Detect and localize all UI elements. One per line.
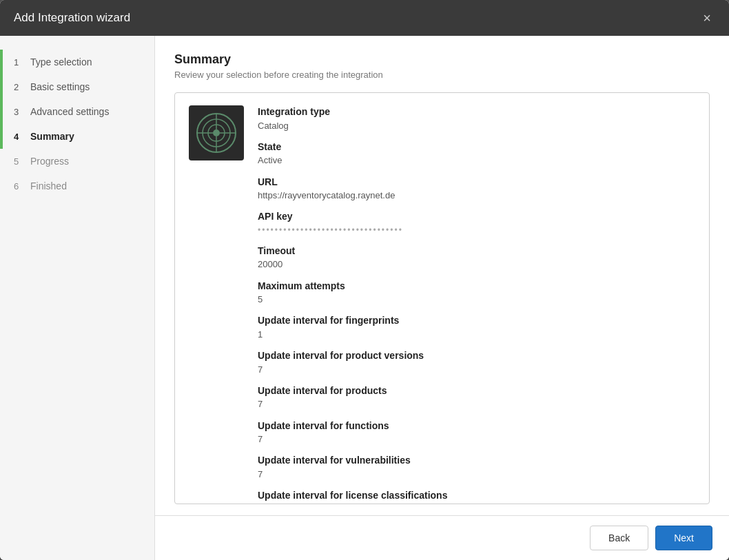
dialog-body: 1 Type selection 2 Basic settings 3 Adva…: [0, 36, 729, 560]
close-button[interactable]: ×: [699, 10, 715, 26]
dialog-footer: Back Next: [155, 515, 729, 560]
content-area: Summary Review your selection before cre…: [155, 36, 729, 515]
page-title: Summary: [174, 52, 710, 67]
step-label-5: Progress: [30, 156, 69, 167]
step-label-4: Summary: [30, 131, 74, 142]
catalog-icon: [196, 112, 237, 154]
main-content: Summary Review your selection before cre…: [155, 36, 729, 560]
step-num-2: 2: [14, 82, 23, 92]
sidebar-item-progress[interactable]: 5 Progress: [0, 149, 154, 174]
field-value-functions-interval: 7: [258, 433, 695, 446]
dialog-header: Add Integration wizard ×: [0, 0, 729, 36]
page-subtitle: Review your selection before creating th…: [174, 70, 710, 80]
step-label-1: Type selection: [30, 56, 92, 68]
field-label-products-interval: Update interval for products: [258, 384, 695, 398]
field-label-max-attempts: Maximum attempts: [258, 280, 695, 293]
add-integration-dialog: Add Integration wizard × 1 Type selectio…: [0, 0, 729, 560]
field-value-api-key: ••••••••••••••••••••••••••••••••••: [258, 225, 695, 236]
field-label-api-key: API key: [258, 210, 695, 224]
step-label-3: Advanced settings: [30, 106, 109, 117]
field-label-url: URL: [258, 176, 695, 189]
field-label-functions-interval: Update interval for functions: [258, 419, 695, 433]
field-value-url: https://rayventorycatalog.raynet.de: [258, 189, 695, 202]
step-num-6: 6: [14, 181, 23, 191]
dialog-title: Add Integration wizard: [14, 11, 130, 25]
step-indicator-3: [0, 99, 3, 124]
svg-point-3: [213, 129, 220, 136]
summary-fields: Integration type Catalog State Active UR…: [258, 105, 695, 491]
step-indicator-1: [0, 50, 3, 74]
step-num-5: 5: [14, 156, 23, 167]
field-value-products-interval: 7: [258, 398, 695, 411]
step-num-1: 1: [14, 57, 23, 68]
field-label-fingerprints-interval: Update interval for fingerprints: [258, 314, 695, 328]
field-label-state: State: [258, 141, 695, 154]
field-label-vulnerabilities-interval: Update interval for vulnerabilities: [258, 454, 695, 468]
sidebar: 1 Type selection 2 Basic settings 3 Adva…: [0, 36, 155, 560]
field-value-max-attempts: 5: [258, 293, 695, 306]
sidebar-item-type-selection[interactable]: 1 Type selection: [0, 50, 154, 74]
sidebar-item-basic-settings[interactable]: 2 Basic settings: [0, 74, 154, 99]
field-value-integration-type: Catalog: [258, 120, 695, 132]
integration-icon: [189, 105, 244, 160]
field-label-product-versions-interval: Update interval for product versions: [258, 349, 695, 363]
sidebar-item-summary[interactable]: 4 Summary: [0, 124, 154, 149]
step-indicator-2: [0, 74, 3, 99]
step-label-6: Finished: [30, 180, 67, 191]
field-value-product-versions-interval: 7: [258, 364, 695, 376]
field-value-vulnerabilities-interval: 7: [258, 468, 695, 481]
step-indicator-4: [0, 124, 3, 149]
back-button[interactable]: Back: [590, 526, 648, 550]
field-value-state: Active: [258, 154, 695, 167]
field-value-fingerprints-interval: 1: [258, 329, 695, 341]
step-num-4: 4: [14, 132, 23, 142]
sidebar-item-finished[interactable]: 6 Finished: [0, 174, 154, 198]
sidebar-item-advanced-settings[interactable]: 3 Advanced settings: [0, 99, 154, 124]
step-num-3: 3: [14, 107, 23, 117]
field-value-timeout: 20000: [258, 258, 695, 271]
field-label-integration-type: Integration type: [258, 105, 695, 119]
step-label-2: Basic settings: [30, 81, 90, 92]
next-button[interactable]: Next: [655, 526, 712, 550]
field-label-license-interval: Update interval for license classificati…: [258, 489, 695, 503]
field-label-timeout: Timeout: [258, 245, 695, 258]
summary-card-inner[interactable]: Integration type Catalog State Active UR…: [175, 93, 709, 504]
summary-card: Integration type Catalog State Active UR…: [174, 92, 710, 504]
